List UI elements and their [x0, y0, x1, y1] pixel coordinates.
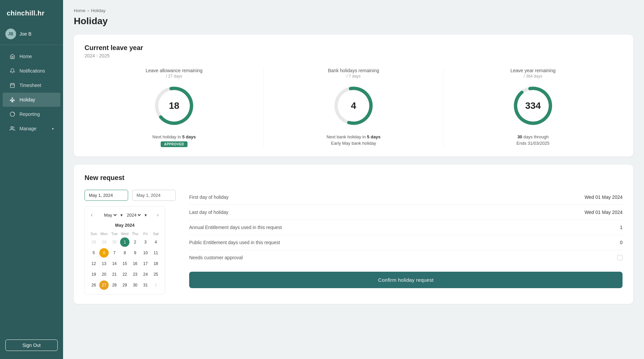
sidebar-item-label: Timesheet: [19, 83, 41, 88]
calendar-month-title: May 2024: [89, 223, 161, 228]
summary-row: Public Entitlement days used in this req…: [189, 235, 623, 250]
sidebar-item-label: Notifications: [19, 68, 45, 74]
sidebar-item-holiday[interactable]: Holiday: [3, 93, 60, 107]
calendar-day-header: Sat: [151, 230, 161, 237]
donut-chart: 334: [511, 84, 555, 128]
sidebar-item-manage[interactable]: Manage ▾: [3, 122, 60, 136]
start-date-input[interactable]: [85, 190, 128, 201]
stat-info-2: Ends 31/03/2025: [443, 141, 623, 146]
donut-value: 4: [351, 100, 356, 111]
sidebar-item-timesheet[interactable]: Timesheet: [3, 78, 60, 92]
calendar-day[interactable]: 12: [89, 259, 98, 268]
leave-stats: Leave allowance remaining / 27 days 18 N…: [85, 68, 623, 147]
sidebar-item-label: Manage: [19, 126, 37, 131]
sidebar-item-reporting[interactable]: Reporting: [3, 107, 60, 121]
calendar-day[interactable]: 15: [120, 259, 129, 268]
breadcrumb-home[interactable]: Home: [74, 8, 86, 13]
year-select[interactable]: 2024: [125, 212, 142, 218]
avatar: JB: [5, 29, 16, 39]
sidebar-item-label: Holiday: [19, 97, 35, 102]
stat-label: Leave year remaining: [443, 68, 623, 73]
sign-out-button[interactable]: Sign Out: [5, 340, 58, 351]
calendar-day-header: Fri: [141, 230, 150, 237]
checkbox[interactable]: [617, 255, 623, 260]
stat-sublabel: / 7 days: [264, 74, 443, 79]
summary-row-label: Last day of holiday: [189, 210, 228, 215]
calendar-day[interactable]: 1: [120, 237, 129, 247]
calendar-day[interactable]: 9: [130, 248, 140, 258]
approved-badge: APPROVED: [161, 141, 187, 147]
calendar-day[interactable]: 2: [130, 237, 140, 247]
calendar-day[interactable]: 11: [151, 248, 161, 258]
new-request-card: New request ‹ May ▾: [74, 165, 633, 304]
summary-row-value[interactable]: [617, 255, 623, 260]
breadcrumb-current: Holiday: [91, 8, 105, 13]
calendar-day[interactable]: 20: [99, 270, 109, 279]
page-title: Holiday: [74, 16, 633, 27]
calendar-prev-button[interactable]: ‹: [89, 211, 95, 219]
calendar-day[interactable]: 30: [130, 280, 140, 290]
summary-row-value: 1: [620, 225, 623, 230]
summary-row-value: 0: [620, 240, 623, 245]
month-select[interactable]: May: [103, 212, 118, 218]
chevron-down-icon: ▾: [52, 127, 54, 131]
stat-item-1: Bank holidays remaining / 7 days 4 Next …: [264, 68, 443, 147]
calendar-day[interactable]: 23: [130, 270, 140, 279]
calendar-day-header: Mon: [99, 230, 109, 237]
stat-label: Leave allowance remaining: [85, 68, 264, 73]
calendar-day[interactable]: 13: [99, 259, 109, 268]
calendar-day[interactable]: 7: [110, 248, 119, 258]
calendar-day[interactable]: 28: [89, 237, 98, 247]
summary-row-label: Public Entitlement days used in this req…: [189, 240, 280, 245]
summary-row: Annual Entitlement days used in this req…: [189, 220, 623, 235]
calendar-day[interactable]: 10: [141, 248, 150, 258]
home-icon: [9, 53, 15, 59]
summary-row-value: Wed 01 May 2024: [585, 210, 623, 215]
stat-item-2: Leave year remaining / 364 days 334 30 d…: [443, 68, 623, 147]
donut-chart: 18: [152, 84, 196, 128]
calendar-day[interactable]: 22: [120, 270, 129, 279]
calendar-day[interactable]: 19: [89, 270, 98, 279]
calendar-day[interactable]: 16: [130, 259, 140, 268]
calendar-next-button[interactable]: ›: [155, 211, 161, 219]
calendar-day[interactable]: 6: [99, 248, 109, 258]
sidebar-item-home[interactable]: Home: [3, 49, 60, 63]
calendar-day[interactable]: 29: [99, 237, 109, 247]
calendar-day[interactable]: 21: [110, 270, 119, 279]
calendar-day[interactable]: 14: [110, 259, 119, 268]
donut-chart: 4: [332, 84, 375, 128]
calendar-day-header: Sun: [89, 230, 99, 237]
calendar-day[interactable]: 4: [151, 237, 161, 247]
breadcrumb: Home › Holiday: [74, 8, 633, 13]
stat-item-0: Leave allowance remaining / 27 days 18 N…: [85, 68, 264, 147]
stat-sublabel: / 27 days: [85, 74, 264, 79]
calendar-day[interactable]: 25: [151, 270, 161, 279]
calendar-day[interactable]: 31: [141, 280, 150, 290]
calendar-day[interactable]: 29: [120, 280, 129, 290]
calendar-day[interactable]: 27: [99, 280, 109, 290]
chart-icon: [9, 111, 15, 117]
calendar-day[interactable]: 5: [89, 248, 98, 258]
calendar-grid: SunMonTueWedThuFriSat: [89, 230, 161, 237]
leave-year-period: 2024 - 2025: [85, 53, 623, 58]
calendar-day[interactable]: 28: [110, 280, 119, 290]
calendar-day[interactable]: 18: [151, 259, 161, 268]
summary-row-label: First day of holiday: [189, 194, 229, 200]
calendar-day[interactable]: 3: [141, 237, 150, 247]
users-icon: [9, 126, 15, 132]
user-profile: JB Joe B: [0, 25, 63, 45]
calendar-day[interactable]: 24: [141, 270, 150, 279]
calendar-day[interactable]: 1: [151, 280, 161, 290]
end-date-input[interactable]: [132, 190, 176, 201]
calendar-day[interactable]: 8: [120, 248, 129, 258]
confirm-holiday-button[interactable]: Confirm holiday request: [189, 272, 623, 288]
calendar-day[interactable]: 17: [141, 259, 150, 268]
calendar-day[interactable]: 30: [110, 237, 119, 247]
stat-info: Next holiday in 5 days: [85, 134, 264, 139]
calendar-day-header: Wed: [120, 230, 130, 237]
calendar-day[interactable]: 26: [89, 280, 98, 290]
sidebar-item-notifications[interactable]: Notifications: [3, 64, 60, 78]
summary-section: First day of holidayWed 01 May 2024Last …: [189, 190, 623, 288]
leave-year-title: Current leave year: [85, 44, 623, 52]
sidebar: chinchill.hr JB Joe B Home Notifications…: [0, 0, 63, 359]
